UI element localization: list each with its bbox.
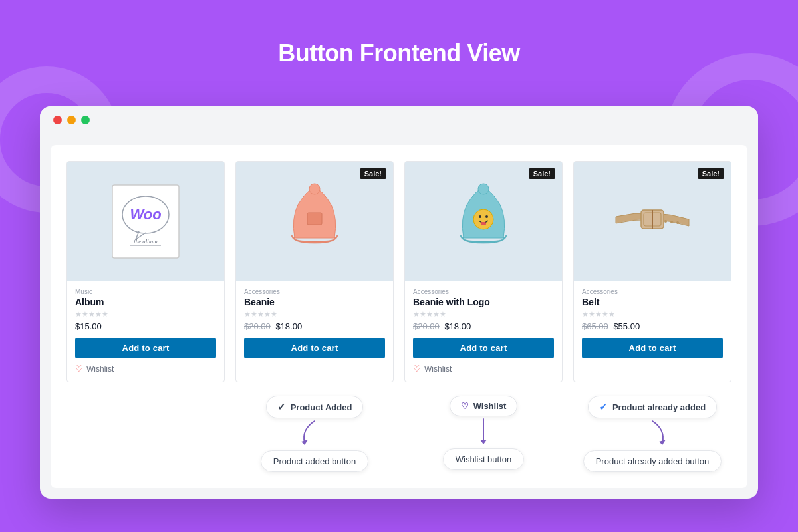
product-category-belt: Accessories (582, 288, 723, 295)
product-category-beanie-logo: Accessories (413, 288, 554, 295)
browser-content: Woo the album Music Album ★★★★★ $15.00 A… (51, 145, 747, 488)
wishlist-button-label: Wishlist button (443, 448, 525, 470)
product-category-beanie: Accessories (244, 288, 385, 295)
browser-dot-yellow[interactable] (67, 116, 76, 124)
annotation-col-belt: ✓ Product already added Product already … (573, 396, 732, 472)
product-already-added-pill: ✓ Product already added (588, 396, 717, 418)
product-price-album: $15.00 (75, 321, 216, 331)
product-image-beanie: Sale! (236, 162, 393, 281)
browser-toolbar (40, 106, 758, 134)
product-name-beanie-logo: Beanie with Logo (413, 297, 554, 307)
price-original-beanie: $20.00 (244, 321, 271, 331)
add-to-cart-beanie-logo[interactable]: Add to cart (413, 338, 554, 358)
svg-text:the album: the album (134, 238, 158, 245)
wishlist-link-beanie-logo[interactable]: ♡ Wishlist (413, 364, 554, 374)
arrow-wishlist (464, 418, 503, 444)
annotation-col-1 (66, 396, 225, 472)
beanie-logo-illustration (440, 178, 527, 265)
wishlist-pill-label: Wishlist (473, 401, 507, 411)
annotation-col-beanie: ✓ Product Added Product added button (235, 396, 394, 472)
products-grid: Woo the album Music Album ★★★★★ $15.00 A… (66, 161, 732, 382)
svg-text:Woo: Woo (130, 206, 161, 223)
add-to-cart-album[interactable]: Add to cart (75, 338, 216, 358)
sale-badge-belt: Sale! (698, 168, 724, 179)
add-to-cart-belt[interactable]: Add to cart (582, 338, 723, 358)
album-illustration: Woo the album (102, 178, 189, 265)
arrow-beanie (295, 420, 334, 446)
sale-badge-beanie-logo: Sale! (529, 168, 555, 179)
product-name-beanie: Beanie (244, 297, 385, 307)
browser-dot-green[interactable] (81, 116, 90, 124)
svg-point-17 (676, 221, 679, 224)
product-already-added-button-label: Product already added button (583, 450, 722, 472)
svg-rect-10 (481, 222, 486, 225)
price-original-belt: $65.00 (582, 321, 608, 331)
product-info-beanie-logo: Accessories Beanie with Logo ★★★★★ $20.0… (405, 281, 562, 382)
arrow-belt (632, 420, 672, 446)
svg-point-16 (670, 221, 673, 223)
svg-point-11 (478, 184, 489, 194)
browser-window: Woo the album Music Album ★★★★★ $15.00 A… (40, 106, 758, 499)
product-card-beanie-logo: Sale! (404, 161, 563, 382)
product-info-belt: Accessories Belt ★★★★★ $65.00 $55.00 Add… (574, 281, 731, 366)
page-title: Button Frontend View (278, 39, 519, 67)
svg-marker-19 (480, 440, 487, 444)
svg-point-15 (664, 220, 667, 223)
wishlist-label-album: Wishlist (86, 364, 114, 374)
sale-badge-beanie: Sale! (360, 168, 386, 179)
product-stars-belt: ★★★★★ (582, 310, 723, 319)
product-card-beanie: Sale! Accessories Beanie (235, 161, 394, 382)
product-card-album: Woo the album Music Album ★★★★★ $15.00 A… (66, 161, 225, 382)
product-already-added-label: Product already added (612, 402, 706, 412)
product-category-album: Music (75, 288, 216, 295)
product-info-beanie: Accessories Beanie ★★★★★ $20.00 $18.00 A… (236, 281, 393, 366)
product-card-belt: Sale! (573, 161, 732, 382)
heart-icon-album: ♡ (75, 364, 83, 374)
add-to-cart-beanie[interactable]: Add to cart (244, 338, 385, 358)
product-image-album: Woo the album (67, 162, 224, 281)
check-blue-icon: ✓ (599, 401, 608, 413)
wishlist-label-beanie-logo: Wishlist (424, 364, 452, 374)
wishlist-pill: ♡ Wishlist (450, 396, 518, 416)
belt-illustration (609, 178, 696, 265)
product-stars-beanie: ★★★★★ (244, 310, 385, 319)
product-stars-album: ★★★★★ (75, 310, 216, 319)
svg-point-9 (485, 215, 488, 218)
svg-rect-5 (307, 213, 322, 225)
svg-point-6 (309, 184, 320, 194)
product-name-album: Album (75, 297, 216, 307)
product-price-belt: $65.00 $55.00 (582, 321, 723, 331)
price-original-beanie-logo: $20.00 (413, 321, 440, 331)
annotation-area: ✓ Product Added Product added button ♡ W… (66, 396, 732, 477)
product-name-belt: Belt (582, 297, 723, 307)
beanie-illustration (271, 178, 358, 265)
product-info-album: Music Album ★★★★★ $15.00 Add to cart ♡ W… (67, 281, 224, 382)
product-price-beanie: $20.00 $18.00 (244, 321, 385, 331)
product-stars-beanie-logo: ★★★★★ (413, 310, 554, 319)
product-added-label: Product Added (291, 402, 352, 412)
page-header: Button Frontend View (0, 0, 798, 106)
annotation-col-beanie-logo: ♡ Wishlist Wishlist button (404, 396, 563, 472)
svg-point-7 (473, 209, 493, 229)
browser-dot-red[interactable] (53, 116, 62, 124)
product-added-button-label: Product added button (261, 450, 368, 472)
svg-point-8 (479, 215, 481, 218)
product-image-belt: Sale! (574, 162, 731, 281)
wishlist-link-album[interactable]: ♡ Wishlist (75, 364, 216, 374)
product-price-beanie-logo: $20.00 $18.00 (413, 321, 554, 331)
heart-icon-beanie-logo: ♡ (413, 364, 421, 374)
product-image-beanie-logo: Sale! (405, 162, 562, 281)
product-added-pill: ✓ Product Added (266, 396, 364, 418)
heart-pill-icon: ♡ (461, 401, 469, 411)
check-icon: ✓ (277, 401, 286, 413)
